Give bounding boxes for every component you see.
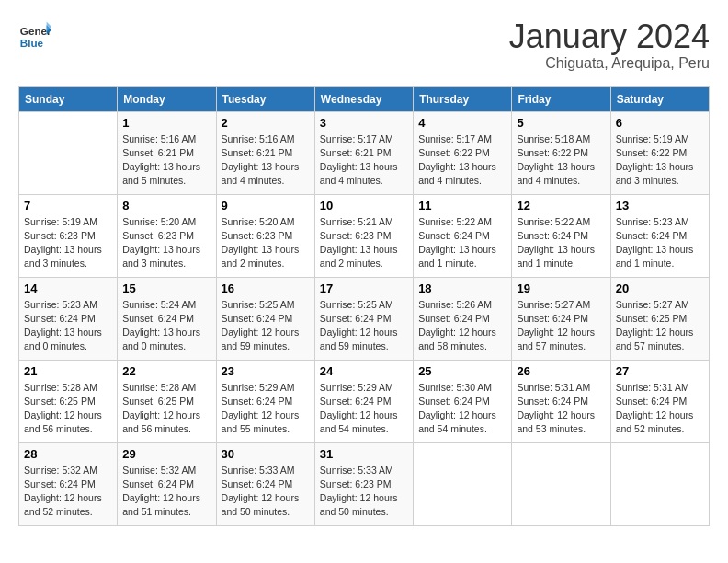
col-header-wednesday: Wednesday (314, 86, 413, 111)
day-info: Sunrise: 5:19 AM Sunset: 6:22 PM Dayligh… (616, 132, 704, 189)
day-cell: 20Sunrise: 5:27 AM Sunset: 6:25 PM Dayli… (610, 277, 709, 360)
day-number: 6 (616, 116, 704, 130)
col-header-tuesday: Tuesday (216, 86, 314, 111)
day-number: 14 (24, 282, 112, 295)
day-info: Sunrise: 5:27 AM Sunset: 6:25 PM Dayligh… (616, 298, 704, 354)
day-info: Sunrise: 5:28 AM Sunset: 6:25 PM Dayligh… (24, 381, 112, 437)
day-cell (19, 111, 118, 194)
logo-icon: General Blue (18, 18, 51, 52)
day-number: 8 (122, 199, 210, 213)
day-cell: 29Sunrise: 5:32 AM Sunset: 6:24 PM Dayli… (118, 442, 216, 525)
day-number: 7 (24, 199, 112, 213)
col-header-friday: Friday (512, 86, 610, 111)
col-header-sunday: Sunday (19, 86, 118, 111)
day-cell: 31Sunrise: 5:33 AM Sunset: 6:23 PM Dayli… (314, 442, 413, 525)
day-cell: 30Sunrise: 5:33 AM Sunset: 6:24 PM Dayli… (216, 442, 314, 525)
day-info: Sunrise: 5:32 AM Sunset: 6:24 PM Dayligh… (122, 464, 210, 520)
col-header-saturday: Saturday (610, 86, 709, 111)
logo: General Blue (18, 18, 51, 52)
day-number: 29 (122, 447, 210, 461)
day-info: Sunrise: 5:33 AM Sunset: 6:24 PM Dayligh… (222, 464, 310, 520)
day-number: 27 (616, 364, 704, 378)
day-number: 3 (320, 116, 408, 130)
day-cell: 23Sunrise: 5:29 AM Sunset: 6:24 PM Dayli… (216, 360, 314, 442)
day-info: Sunrise: 5:32 AM Sunset: 6:24 PM Dayligh… (24, 464, 112, 520)
day-cell: 9Sunrise: 5:20 AM Sunset: 6:23 PM Daylig… (216, 194, 314, 277)
day-number: 19 (517, 282, 605, 295)
day-number: 22 (122, 364, 210, 378)
col-header-thursday: Thursday (414, 86, 512, 111)
day-info: Sunrise: 5:27 AM Sunset: 6:24 PM Dayligh… (517, 298, 605, 354)
day-cell: 19Sunrise: 5:27 AM Sunset: 6:24 PM Dayli… (512, 277, 610, 360)
day-cell: 10Sunrise: 5:21 AM Sunset: 6:23 PM Dayli… (314, 194, 413, 277)
svg-text:Blue: Blue (20, 37, 44, 49)
day-number: 30 (222, 447, 310, 461)
day-info: Sunrise: 5:31 AM Sunset: 6:24 PM Dayligh… (616, 381, 704, 437)
day-cell: 26Sunrise: 5:31 AM Sunset: 6:24 PM Dayli… (512, 360, 610, 442)
day-cell: 15Sunrise: 5:24 AM Sunset: 6:24 PM Dayli… (118, 277, 216, 360)
day-cell: 16Sunrise: 5:25 AM Sunset: 6:24 PM Dayli… (216, 277, 314, 360)
day-number: 10 (320, 199, 408, 213)
day-cell: 4Sunrise: 5:17 AM Sunset: 6:22 PM Daylig… (414, 111, 512, 194)
day-number: 26 (517, 364, 605, 378)
day-cell: 21Sunrise: 5:28 AM Sunset: 6:25 PM Dayli… (19, 360, 118, 442)
day-number: 2 (222, 116, 310, 130)
day-cell: 8Sunrise: 5:20 AM Sunset: 6:23 PM Daylig… (118, 194, 216, 277)
day-number: 24 (320, 364, 408, 378)
day-info: Sunrise: 5:24 AM Sunset: 6:24 PM Dayligh… (122, 298, 210, 354)
day-info: Sunrise: 5:29 AM Sunset: 6:24 PM Dayligh… (222, 381, 310, 437)
day-cell (414, 442, 512, 525)
day-cell: 22Sunrise: 5:28 AM Sunset: 6:25 PM Dayli… (118, 360, 216, 442)
week-row-1: 1Sunrise: 5:16 AM Sunset: 6:21 PM Daylig… (19, 111, 710, 194)
day-info: Sunrise: 5:23 AM Sunset: 6:24 PM Dayligh… (616, 215, 704, 271)
day-cell: 6Sunrise: 5:19 AM Sunset: 6:22 PM Daylig… (610, 111, 709, 194)
day-info: Sunrise: 5:17 AM Sunset: 6:22 PM Dayligh… (418, 132, 506, 189)
location: Chiguata, Arequipa, Peru (509, 55, 710, 72)
calendar-body: 1Sunrise: 5:16 AM Sunset: 6:21 PM Daylig… (19, 111, 710, 525)
day-number: 20 (616, 282, 704, 295)
day-number: 1 (122, 116, 210, 130)
day-info: Sunrise: 5:19 AM Sunset: 6:23 PM Dayligh… (24, 215, 112, 271)
day-number: 23 (222, 364, 310, 378)
day-cell: 3Sunrise: 5:17 AM Sunset: 6:21 PM Daylig… (314, 111, 413, 194)
day-info: Sunrise: 5:28 AM Sunset: 6:25 PM Dayligh… (122, 381, 210, 437)
day-info: Sunrise: 5:20 AM Sunset: 6:23 PM Dayligh… (122, 215, 210, 271)
day-cell: 11Sunrise: 5:22 AM Sunset: 6:24 PM Dayli… (414, 194, 512, 277)
day-cell (610, 442, 709, 525)
day-number: 31 (320, 447, 408, 461)
day-info: Sunrise: 5:23 AM Sunset: 6:24 PM Dayligh… (24, 298, 112, 354)
day-number: 5 (517, 116, 605, 130)
title-block: January 2024 Chiguata, Arequipa, Peru (509, 18, 710, 72)
day-cell: 24Sunrise: 5:29 AM Sunset: 6:24 PM Dayli… (314, 360, 413, 442)
day-info: Sunrise: 5:20 AM Sunset: 6:23 PM Dayligh… (222, 215, 310, 271)
day-info: Sunrise: 5:17 AM Sunset: 6:21 PM Dayligh… (320, 132, 408, 189)
day-info: Sunrise: 5:29 AM Sunset: 6:24 PM Dayligh… (320, 381, 408, 437)
col-header-monday: Monday (118, 86, 216, 111)
day-info: Sunrise: 5:21 AM Sunset: 6:23 PM Dayligh… (320, 215, 408, 271)
day-number: 4 (418, 116, 506, 130)
day-cell: 14Sunrise: 5:23 AM Sunset: 6:24 PM Dayli… (19, 277, 118, 360)
day-info: Sunrise: 5:16 AM Sunset: 6:21 PM Dayligh… (222, 132, 310, 189)
day-number: 9 (222, 199, 310, 213)
day-number: 12 (517, 199, 605, 213)
week-row-4: 21Sunrise: 5:28 AM Sunset: 6:25 PM Dayli… (19, 360, 710, 442)
day-number: 25 (418, 364, 506, 378)
day-number: 15 (122, 282, 210, 295)
week-row-5: 28Sunrise: 5:32 AM Sunset: 6:24 PM Dayli… (19, 442, 710, 525)
day-number: 21 (24, 364, 112, 378)
column-headers-row: SundayMondayTuesdayWednesdayThursdayFrid… (19, 86, 710, 111)
day-cell: 17Sunrise: 5:25 AM Sunset: 6:24 PM Dayli… (314, 277, 413, 360)
day-info: Sunrise: 5:22 AM Sunset: 6:24 PM Dayligh… (418, 215, 506, 271)
day-info: Sunrise: 5:25 AM Sunset: 6:24 PM Dayligh… (320, 298, 408, 354)
day-number: 16 (222, 282, 310, 295)
day-cell: 25Sunrise: 5:30 AM Sunset: 6:24 PM Dayli… (414, 360, 512, 442)
calendar-table: SundayMondayTuesdayWednesdayThursdayFrid… (18, 86, 710, 526)
day-number: 13 (616, 199, 704, 213)
day-cell: 28Sunrise: 5:32 AM Sunset: 6:24 PM Dayli… (19, 442, 118, 525)
day-cell: 27Sunrise: 5:31 AM Sunset: 6:24 PM Dayli… (610, 360, 709, 442)
day-number: 18 (418, 282, 506, 295)
day-cell: 18Sunrise: 5:26 AM Sunset: 6:24 PM Dayli… (414, 277, 512, 360)
day-cell: 2Sunrise: 5:16 AM Sunset: 6:21 PM Daylig… (216, 111, 314, 194)
day-info: Sunrise: 5:22 AM Sunset: 6:24 PM Dayligh… (517, 215, 605, 271)
page-header: General Blue January 2024 Chiguata, Areq… (18, 18, 710, 72)
